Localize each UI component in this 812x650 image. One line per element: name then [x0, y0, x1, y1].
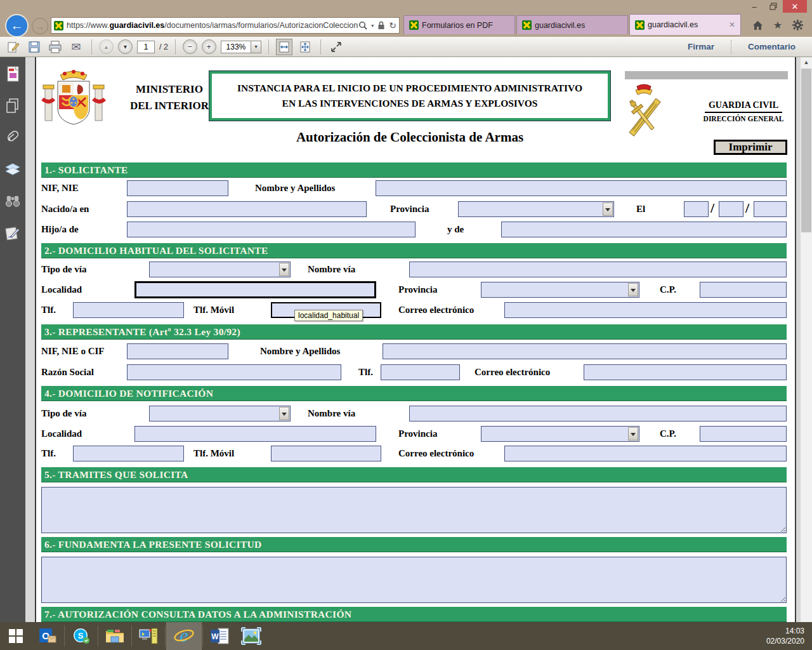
settings-gear-icon[interactable] — [792, 20, 803, 30]
correo-input[interactable] — [504, 302, 787, 318]
fit-width-icon[interactable] — [276, 39, 292, 55]
print-icon[interactable] — [47, 39, 63, 55]
photos-icon[interactable] — [235, 622, 267, 650]
tab-formularios-en-pdf[interactable]: Formularios en PDF — [403, 15, 515, 34]
tab-label: guardiacivil.es — [648, 20, 698, 29]
nacido-en-input[interactable] — [127, 201, 367, 217]
svg-text:W: W — [211, 632, 219, 641]
search-icon[interactable] — [358, 21, 367, 30]
nombre-via-input[interactable] — [409, 262, 787, 277]
tab-favicon — [409, 20, 419, 30]
notif-nombre-via-input[interactable] — [409, 406, 787, 421]
scroll-up-icon[interactable]: ▲ — [801, 57, 812, 68]
signature-panel-icon[interactable] — [5, 225, 20, 241]
vertical-scrollbar[interactable]: ▲ — [801, 57, 812, 622]
dropdown-arrow-icon[interactable] — [628, 427, 638, 441]
imprimir-button[interactable]: Imprimir — [714, 140, 787, 155]
zoom-level-value[interactable]: 133% — [221, 41, 251, 53]
provincia-nacimiento-select[interactable] — [458, 201, 614, 217]
page-number-input[interactable] — [137, 41, 155, 53]
layers-panel-icon[interactable] — [5, 161, 20, 178]
tlf-movil-label: Tlf. Móvil — [193, 305, 234, 315]
search-dropdown-icon[interactable]: ▾ — [371, 23, 374, 29]
dropdown-arrow-icon[interactable] — [628, 283, 638, 296]
fecha-mes-input[interactable] — [719, 201, 743, 217]
start-button[interactable] — [0, 622, 32, 650]
provincia-select[interactable] — [481, 282, 639, 298]
fecha-anio-input[interactable] — [754, 201, 787, 217]
cp-input[interactable] — [700, 282, 787, 298]
notif-correo-input[interactable] — [504, 446, 787, 461]
comentario-button[interactable]: Comentario — [748, 42, 796, 51]
fundamenta-textarea[interactable] — [41, 557, 787, 603]
next-page-button[interactable]: ▼ — [118, 39, 133, 54]
previous-page-button[interactable]: ▲ — [99, 39, 114, 54]
remote-desktop-icon[interactable] — [133, 622, 164, 650]
nombre-apellidos-input[interactable] — [376, 180, 787, 196]
fecha-dia-input[interactable] — [684, 201, 709, 217]
zoom-out-button[interactable]: − — [183, 39, 197, 54]
restore-button[interactable] — [764, 0, 783, 13]
notif-localidad-input[interactable] — [134, 426, 376, 442]
zoom-in-button[interactable]: + — [202, 39, 216, 54]
back-button[interactable]: ← — [5, 14, 29, 37]
email-icon[interactable]: ✉ — [68, 39, 84, 55]
rep-correo-input[interactable] — [584, 364, 787, 380]
dropdown-arrow-icon[interactable] — [603, 202, 613, 216]
rep-tlf-input[interactable] — [381, 364, 460, 380]
nif-cif-input[interactable] — [127, 343, 228, 359]
favorites-star-icon[interactable]: ★ — [773, 19, 782, 31]
outlook-icon[interactable]: O — [32, 622, 63, 650]
notif-tlf-movil-input[interactable] — [271, 446, 381, 461]
tramites-textarea[interactable] — [41, 487, 787, 533]
spain-coat-of-arms — [41, 69, 106, 132]
save-icon[interactable] — [26, 39, 43, 55]
dropdown-arrow-icon[interactable] — [279, 263, 289, 276]
section-1-header: 1.- SOLICITANTE — [41, 162, 787, 178]
tipo-via-select[interactable] — [149, 262, 291, 277]
close-button[interactable]: ✕ — [783, 0, 807, 13]
internet-explorer-icon[interactable]: e — [166, 622, 202, 650]
razon-social-input[interactable] — [127, 364, 341, 380]
notif-tipo-via-select[interactable] — [149, 406, 291, 421]
tlf-input[interactable] — [73, 302, 184, 318]
rep-correo-label: Correo electrónico — [475, 367, 550, 378]
y-de-label: y de — [447, 224, 464, 235]
guardia-civil-title: GUARDIA CIVIL DIRECCIÓN GENERAL — [690, 99, 796, 123]
home-icon[interactable] — [752, 20, 763, 30]
sign-document-icon[interactable] — [5, 39, 22, 55]
pages-panel-icon[interactable] — [5, 98, 20, 114]
y-de-input[interactable] — [501, 222, 787, 237]
page-thumbnails-icon[interactable] — [5, 66, 20, 83]
forward-button[interactable]: → — [32, 18, 48, 34]
nif-nie-input[interactable] — [127, 180, 228, 196]
taskbar-clock[interactable]: 14:03 02/03/2020 — [766, 626, 804, 646]
notif-provincia-select[interactable] — [481, 426, 639, 442]
localidad-input-focused[interactable] — [134, 281, 376, 298]
restore-icon — [769, 3, 777, 10]
scrollbar-thumb[interactable] — [801, 69, 811, 232]
fullscreen-icon[interactable] — [328, 39, 344, 55]
firmar-button[interactable]: Firmar — [688, 42, 714, 51]
file-explorer-icon[interactable] — [99, 622, 131, 650]
notif-nombre-via-label: Nombre vía — [308, 408, 355, 419]
tab-guardiacivil-1[interactable]: guardiacivil.es — [516, 15, 628, 34]
refresh-icon[interactable]: ↻ — [389, 20, 396, 30]
address-bar[interactable]: https://www.guardiacivil.es/documentos/i… — [51, 17, 400, 34]
rep-nombre-input[interactable] — [383, 343, 787, 359]
tab-close-icon[interactable]: ✕ — [724, 20, 735, 29]
fit-page-icon[interactable] — [297, 39, 313, 55]
attachments-paperclip-icon[interactable] — [5, 129, 20, 146]
notif-cp-input[interactable] — [700, 426, 787, 442]
zoom-dropdown-icon[interactable]: ▾ — [251, 41, 261, 53]
search-binoculars-icon[interactable] — [5, 193, 20, 209]
tab-guardiacivil-2-active[interactable]: guardiacivil.es ✕ — [629, 14, 741, 35]
page-total-label: / 2 — [159, 43, 168, 51]
dropdown-arrow-icon[interactable] — [279, 407, 289, 420]
pdf-toolbar: ✉ ▲ ▼ / 2 − + 133% ▾ Firmar Comentario — [0, 37, 812, 57]
word-icon[interactable]: W — [204, 622, 235, 650]
notif-tlf-input[interactable] — [73, 446, 184, 461]
minimize-button[interactable]: – — [745, 0, 764, 13]
hijo-de-input[interactable] — [127, 222, 416, 237]
skype-icon[interactable]: S — [65, 622, 97, 650]
